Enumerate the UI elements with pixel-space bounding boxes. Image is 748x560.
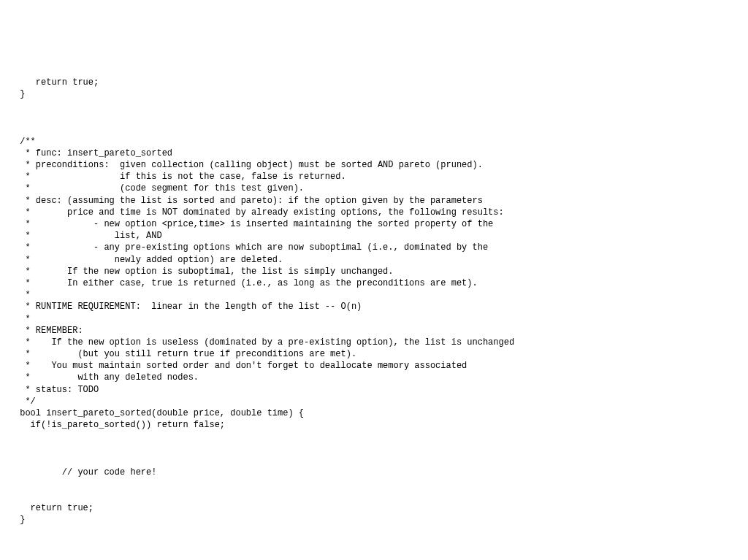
code-line: * preconditions: given collection (calli… — [15, 160, 483, 170]
code-line: * In either case, true is returned (i.e.… — [15, 278, 478, 288]
code-line: bool insert_pareto_sorted(double price, … — [15, 408, 304, 418]
code-line: * (code segment for this test given). — [15, 183, 304, 193]
code-line: * func: insert_pareto_sorted — [15, 148, 172, 158]
code-line: } — [15, 89, 25, 99]
code-line: */ — [15, 396, 36, 407]
code-listing: return true; } /** * func: insert_pareto… — [15, 77, 733, 560]
code-line: // your code here! — [15, 467, 156, 477]
code-line: * If the new option is suboptimal, the l… — [15, 266, 393, 277]
code-line: * desc: (assuming the list is sorted and… — [15, 196, 483, 206]
code-line: * — [15, 314, 31, 324]
code-line: * You must maintain sorted order and don… — [15, 361, 467, 371]
code-line: * REMEMBER: — [15, 326, 94, 336]
code-line: } — [15, 515, 25, 525]
code-line: * RUNTIME REQUIREMENT: linear in the len… — [15, 302, 362, 312]
code-line: * — [15, 290, 31, 300]
code-line: * newly added option) are deleted. — [15, 255, 283, 265]
code-line: * (but you still return true if precondi… — [15, 349, 356, 359]
code-line: * price and time is NOT dominated by alr… — [15, 207, 504, 218]
code-line: * If the new option is useless (dominate… — [15, 337, 514, 348]
code-line: * status: TODO — [15, 385, 99, 395]
code-line: * with any deleted nodes. — [15, 372, 199, 383]
code-line: if(!is_pareto_sorted()) return false; — [15, 420, 225, 430]
code-line: * - new option <price,time> is inserted … — [15, 219, 493, 229]
code-line: /** — [15, 137, 36, 147]
code-line: * - any pre-existing options which are n… — [15, 242, 488, 253]
code-line: return true; — [15, 77, 99, 88]
code-line: * if this is not the case, false is retu… — [15, 172, 346, 182]
code-line: return true; — [15, 503, 94, 513]
code-line: * list, AND — [15, 231, 162, 241]
